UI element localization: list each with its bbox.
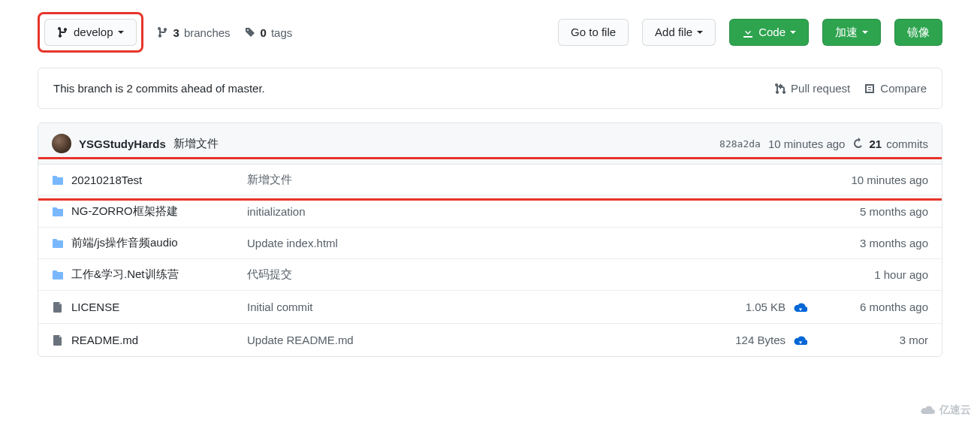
commit-message[interactable]: 新增文件 (173, 137, 219, 151)
latest-commit-header: YSGStudyHards 新增文件 828a2da 10 minutes ag… (38, 123, 942, 165)
table-row: 前端/js操作音频audioUpdate index.html3 months … (38, 228, 942, 259)
pull-request-link[interactable]: Pull request (774, 82, 850, 95)
file-download[interactable] (786, 332, 816, 348)
file-icon (52, 301, 64, 313)
file-commit-msg[interactable]: 代码提交 (247, 267, 710, 282)
chevron-down-icon (790, 31, 796, 34)
commits-link[interactable]: 21 commits (852, 137, 928, 150)
file-name: 前端/js操作音频audio (71, 236, 178, 250)
file-listing: YSGStudyHards 新增文件 828a2da 10 minutes ag… (38, 122, 942, 357)
file-time: 3 months ago (816, 237, 928, 249)
file-name-link[interactable]: 工作&学习.Net训练营 (52, 267, 247, 282)
file-size: 124 Bytes (710, 334, 786, 346)
history-icon (852, 137, 864, 150)
go-to-file-label: Go to file (571, 25, 616, 40)
file-name-link[interactable]: LICENSE (52, 301, 247, 313)
compare-label: Compare (880, 82, 927, 95)
add-file-button[interactable]: Add file (642, 19, 716, 46)
branches-link[interactable]: 3 branches (157, 26, 231, 39)
tags-count: 0 (261, 26, 267, 39)
go-to-file-button[interactable]: Go to file (558, 19, 629, 46)
file-name: NG-ZORRO框架搭建 (71, 204, 178, 219)
file-commit-msg[interactable]: initialization (247, 205, 710, 218)
folder-icon (52, 269, 64, 281)
table-row: NG-ZORRO框架搭建initialization5 months ago (38, 196, 942, 228)
code-button[interactable]: Code (729, 19, 809, 46)
code-label: Code (758, 25, 786, 40)
notice-text: This branch is 2 commits ahead of master… (53, 82, 265, 95)
file-commit-msg[interactable]: Initial commit (247, 301, 710, 313)
commit-time[interactable]: 10 minutes ago (768, 137, 846, 150)
table-row: 20210218Test新增文件10 minutes ago (38, 165, 942, 196)
table-row: 工作&学习.Net训练营代码提交1 hour ago (38, 259, 942, 291)
file-name-link[interactable]: NG-ZORRO框架搭建 (52, 204, 247, 219)
table-row: LICENSEInitial commit1.05 KB6 months ago (38, 291, 942, 324)
file-commit-msg[interactable]: 新增文件 (247, 173, 710, 187)
file-commit-msg[interactable]: Update index.html (247, 237, 710, 249)
avatar[interactable] (52, 134, 71, 153)
branch-name: develop (74, 25, 113, 40)
chevron-down-icon (697, 31, 703, 34)
git-branch-icon (157, 26, 169, 38)
file-rows-container: 20210218Test新增文件10 minutes agoNG-ZORRO框架… (38, 165, 942, 356)
file-time: 5 months ago (816, 205, 928, 218)
file-time: 3 mor (816, 334, 928, 346)
chevron-down-icon (862, 31, 868, 34)
folder-icon (52, 206, 64, 218)
cloud-download-icon[interactable] (794, 299, 807, 313)
branch-highlight-box: develop (38, 12, 143, 53)
pull-request-icon (774, 83, 786, 95)
pull-request-label: Pull request (791, 82, 850, 95)
file-commit-msg[interactable]: Update README.md (247, 334, 710, 346)
compare-link[interactable]: Compare (864, 82, 927, 95)
branches-label: branches (184, 26, 231, 39)
file-name: LICENSE (71, 301, 119, 313)
diff-icon (864, 83, 876, 95)
branches-count: 3 (173, 26, 179, 39)
git-branch-icon (57, 26, 69, 38)
cloud-download-icon[interactable] (794, 332, 807, 346)
accelerate-label: 加速 (835, 25, 858, 40)
branch-select-button[interactable]: develop (44, 19, 137, 46)
folder-icon (52, 237, 64, 249)
commit-sha[interactable]: 828a2da (719, 138, 761, 150)
accelerate-button[interactable]: 加速 (822, 19, 881, 46)
repo-toolbar: develop 3 branches 0 tags Go to file Add… (38, 12, 942, 53)
chevron-down-icon (118, 31, 124, 34)
file-download[interactable] (786, 299, 816, 315)
download-icon (742, 26, 754, 38)
commit-author[interactable]: YSGStudyHards (79, 137, 166, 150)
file-name-link[interactable]: 前端/js操作音频audio (52, 236, 247, 250)
add-file-label: Add file (655, 25, 692, 40)
commits-label: commits (886, 137, 928, 150)
mirror-button[interactable]: 镜像 (894, 19, 942, 46)
file-name: 工作&学习.Net训练营 (71, 267, 179, 282)
mirror-label: 镜像 (907, 25, 930, 40)
tags-link[interactable]: 0 tags (244, 26, 293, 39)
file-time: 1 hour ago (816, 268, 928, 281)
file-time: 10 minutes ago (816, 174, 928, 186)
file-size: 1.05 KB (710, 301, 786, 313)
file-time: 6 months ago (816, 301, 928, 313)
file-name: README.md (71, 334, 138, 346)
file-name-link[interactable]: README.md (52, 334, 247, 346)
folder-icon (52, 174, 64, 186)
file-name-link[interactable]: 20210218Test (52, 174, 247, 186)
notice-actions: Pull request Compare (774, 82, 927, 95)
file-name: 20210218Test (71, 174, 142, 186)
file-icon (52, 334, 64, 346)
table-row: README.mdUpdate README.md124 Bytes3 mor (38, 324, 942, 356)
tag-icon (244, 26, 256, 38)
branch-status-notice: This branch is 2 commits ahead of master… (38, 68, 942, 109)
commits-count: 21 (869, 137, 882, 150)
tags-label: tags (271, 26, 292, 39)
